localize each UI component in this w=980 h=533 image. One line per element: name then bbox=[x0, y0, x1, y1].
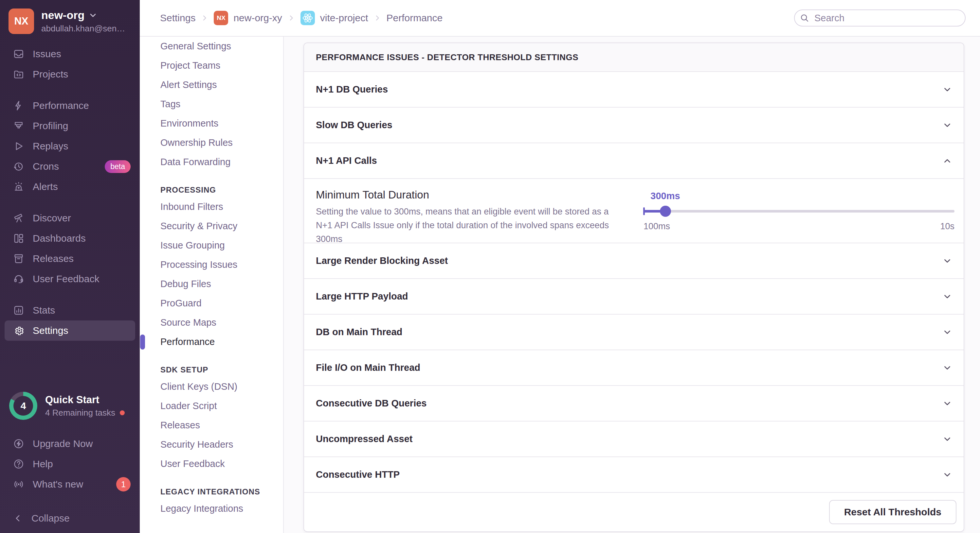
slider-track-rail bbox=[644, 210, 955, 213]
discover-icon bbox=[13, 213, 24, 224]
settings-nav-item-processing-issues[interactable]: Processing Issues bbox=[161, 255, 277, 274]
org-avatar: NX bbox=[8, 8, 34, 34]
sidebar-item-crons[interactable]: Cronsbeta bbox=[5, 156, 135, 176]
sidebar-item-label: Discover bbox=[33, 213, 71, 224]
sidebar-item-label: What's new bbox=[33, 479, 83, 490]
detector-row-n-1-api-calls[interactable]: N+1 API Calls bbox=[304, 143, 964, 179]
crons-icon bbox=[13, 161, 24, 172]
sidebar-item-what-s-new[interactable]: What's new1 bbox=[5, 474, 135, 495]
detector-row-consecutive-http[interactable]: Consecutive HTTP bbox=[304, 457, 964, 493]
replays-icon bbox=[13, 141, 24, 152]
settings-nav-item-client-keys-dsn[interactable]: Client Keys (DSN) bbox=[161, 377, 277, 396]
chevron-right-icon bbox=[374, 14, 381, 22]
detector-row-uncompressed-asset[interactable]: Uncompressed Asset bbox=[304, 422, 964, 457]
breadcrumb-item-vite-project[interactable]: vite-project bbox=[301, 11, 368, 25]
detector-row-n-1-db-queries[interactable]: N+1 DB Queries bbox=[304, 72, 964, 108]
slider-min-label: 100ms bbox=[644, 221, 670, 232]
projects-icon bbox=[13, 69, 24, 80]
reset-all-thresholds-button[interactable]: Reset All Thresholds bbox=[829, 500, 956, 524]
breadcrumb-item-settings[interactable]: Settings bbox=[160, 13, 196, 24]
settings-nav-item-inbound-filters[interactable]: Inbound Filters bbox=[161, 197, 277, 216]
detector-row-db-on-main-thread[interactable]: DB on Main Thread bbox=[304, 314, 964, 350]
sidebar-item-dashboards[interactable]: Dashboards bbox=[5, 228, 135, 249]
topbar: SettingsNXnew-org-xyvite-projectPerforma… bbox=[140, 0, 980, 36]
sidebar-item-discover[interactable]: Discover bbox=[5, 208, 135, 228]
settings-nav-item-project-teams[interactable]: Project Teams bbox=[161, 56, 277, 75]
detector-row-consecutive-db-queries[interactable]: Consecutive DB Queries bbox=[304, 386, 964, 422]
detector-row-label: Uncompressed Asset bbox=[316, 434, 412, 444]
settings-nav-item-performance[interactable]: Performance bbox=[161, 332, 277, 352]
search-input[interactable] bbox=[794, 10, 966, 27]
detector-row-large-http-payload[interactable]: Large HTTP Payload bbox=[304, 279, 964, 314]
panel-title: PERFORMANCE ISSUES - DETECTOR THRESHOLD … bbox=[304, 43, 964, 72]
sidebar-item-issues[interactable]: Issues bbox=[5, 44, 135, 64]
settings-nav-item-tags[interactable]: Tags bbox=[161, 95, 277, 114]
collapse-button[interactable]: Collapse bbox=[5, 509, 135, 528]
settings-nav-item-security-privacy[interactable]: Security & Privacy bbox=[161, 216, 277, 236]
main-sidebar: NX new-org abdullah.khan@sen… IssuesProj… bbox=[0, 0, 140, 533]
chevron-down-icon bbox=[943, 328, 952, 337]
settings-nav-item-debug-files[interactable]: Debug Files bbox=[161, 274, 277, 293]
detector-row-label: Consecutive HTTP bbox=[316, 469, 400, 480]
quick-start-progress-ring: 4 bbox=[9, 392, 37, 420]
sidebar-item-replays[interactable]: Replays bbox=[5, 136, 135, 156]
settings-nav-item-data-forwarding[interactable]: Data Forwarding bbox=[161, 152, 277, 172]
sidebar-item-label: Alerts bbox=[33, 181, 58, 192]
duration-slider[interactable]: 300ms100ms10s bbox=[644, 189, 955, 243]
settings-nav-item-environments[interactable]: Environments bbox=[161, 114, 277, 133]
settings-nav-item-legacy-integrations[interactable]: Legacy Integrations bbox=[161, 499, 277, 518]
detail-text: Minimum Total DurationSetting the value … bbox=[316, 189, 644, 243]
settings-nav-item-security-headers[interactable]: Security Headers bbox=[161, 435, 277, 454]
settings-nav-item-proguard[interactable]: ProGuard bbox=[161, 293, 277, 313]
sidebar-footer-nav: Upgrade NowHelpWhat's new1 bbox=[0, 434, 140, 495]
settings-nav-item-alert-settings[interactable]: Alert Settings bbox=[161, 75, 277, 95]
sidebar-item-label: User Feedback bbox=[33, 273, 99, 284]
settings-sidebar: General SettingsProject TeamsAlert Setti… bbox=[140, 36, 284, 533]
sidebar-item-label: Performance bbox=[33, 100, 89, 111]
breadcrumb-item-new-org-xy[interactable]: NXnew-org-xy bbox=[214, 11, 282, 25]
settings-nav-item-issue-grouping[interactable]: Issue Grouping bbox=[161, 236, 277, 255]
breadcrumb-label: Performance bbox=[387, 13, 443, 24]
sidebar-item-profiling[interactable]: Profiling bbox=[5, 116, 135, 136]
settings-nav-item-releases[interactable]: Releases bbox=[161, 416, 277, 435]
profiling-icon bbox=[13, 121, 24, 132]
settings-icon bbox=[13, 325, 24, 336]
search-box[interactable] bbox=[794, 10, 966, 27]
detector-row-slow-db-queries[interactable]: Slow DB Queries bbox=[304, 108, 964, 143]
detail-title: Minimum Total Duration bbox=[316, 189, 624, 201]
sidebar-item-label: Projects bbox=[33, 69, 68, 80]
sidebar-item-alerts[interactable]: Alerts bbox=[5, 176, 135, 197]
chevron-down-icon bbox=[943, 121, 952, 130]
alerts-icon bbox=[13, 181, 24, 192]
beta-badge: beta bbox=[105, 160, 130, 173]
settings-nav-item-ownership-rules[interactable]: Ownership Rules bbox=[161, 133, 277, 152]
sidebar-item-help[interactable]: Help bbox=[5, 454, 135, 474]
sidebar-item-settings[interactable]: Settings bbox=[5, 320, 135, 341]
sidebar-item-projects[interactable]: Projects bbox=[5, 64, 135, 84]
detector-row-label: N+1 API Calls bbox=[316, 155, 377, 166]
sidebar-item-upgrade-now[interactable]: Upgrade Now bbox=[5, 434, 135, 454]
settings-nav-item-general-settings[interactable]: General Settings bbox=[161, 36, 277, 56]
quick-start[interactable]: 4 Quick Start 4 Remaining tasks bbox=[9, 392, 140, 420]
settings-nav-item-user-feedback[interactable]: User Feedback bbox=[161, 454, 277, 473]
sidebar-item-releases[interactable]: Releases bbox=[5, 249, 135, 269]
whats-new-count-badge: 1 bbox=[116, 477, 130, 492]
breadcrumb-item-performance[interactable]: Performance bbox=[387, 13, 443, 24]
chevron-up-icon bbox=[943, 156, 952, 165]
sidebar-item-performance[interactable]: Performance bbox=[5, 95, 135, 116]
dashboards-icon bbox=[13, 233, 24, 244]
slider-handle[interactable] bbox=[660, 206, 671, 217]
sidebar-bottom: 4 Quick Start 4 Remaining tasks Upgrade … bbox=[0, 392, 140, 533]
sidebar-item-user-feedback[interactable]: User Feedback bbox=[5, 269, 135, 289]
detector-row-file-i-o-on-main-thread[interactable]: File I/O on Main Thread bbox=[304, 350, 964, 386]
detector-row-label: Large Render Blocking Asset bbox=[316, 255, 448, 266]
slider-track[interactable] bbox=[644, 206, 955, 217]
sidebar-item-stats[interactable]: Stats bbox=[5, 300, 135, 320]
settings-nav-item-source-maps[interactable]: Source Maps bbox=[161, 313, 277, 332]
chevron-down-icon bbox=[943, 292, 952, 301]
org-name: new-org bbox=[41, 9, 84, 22]
chevron-down-icon bbox=[88, 11, 97, 20]
detector-row-large-render-blocking-asset[interactable]: Large Render Blocking Asset bbox=[304, 243, 964, 279]
settings-nav-item-loader-script[interactable]: Loader Script bbox=[161, 396, 277, 416]
org-switcher[interactable]: NX new-org abdullah.khan@sen… bbox=[0, 0, 140, 34]
